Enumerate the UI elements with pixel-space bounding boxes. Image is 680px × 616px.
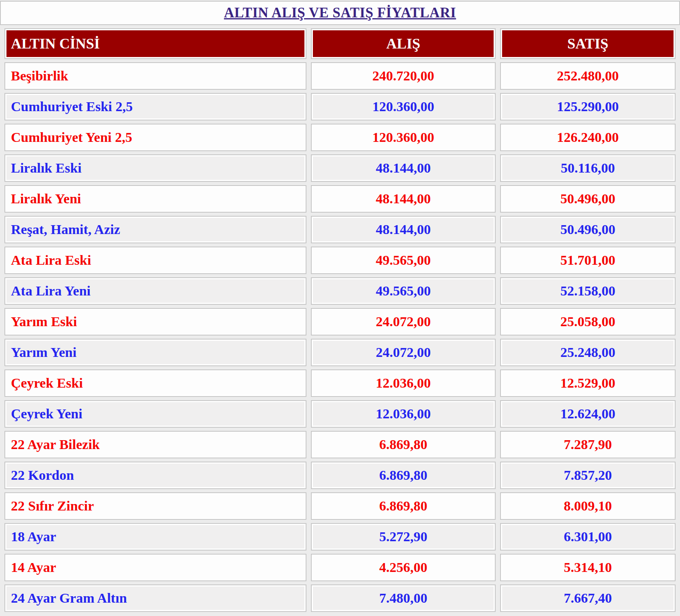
table-row: Ata Lira Yeni49.565,0052.158,00 xyxy=(4,277,676,305)
sell-price-cell: 12.529,00 xyxy=(500,369,676,397)
gold-prices-table: ALTIN CİNSİ ALIŞ SATIŞ Beşibirlik240.720… xyxy=(0,25,680,615)
table-row: 24 Ayar Gram Altın7.480,007.667,40 xyxy=(4,584,676,612)
buy-price-cell: 48.144,00 xyxy=(311,185,496,213)
table-row: 22 Sıfır Zincir6.869,808.009,10 xyxy=(4,492,676,520)
table-row: Liralık Yeni48.144,0050.496,00 xyxy=(4,185,676,213)
buy-price-cell: 48.144,00 xyxy=(311,154,496,182)
column-header-sell: SATIŞ xyxy=(500,28,676,59)
sell-price-cell: 51.701,00 xyxy=(500,247,676,274)
gold-type-cell: Liralık Yeni xyxy=(4,185,306,213)
buy-price-cell: 120.360,00 xyxy=(311,124,496,151)
sell-price-cell: 50.116,00 xyxy=(500,154,676,182)
column-header-buy: ALIŞ xyxy=(311,28,496,59)
sell-price-cell: 6.301,00 xyxy=(500,523,676,551)
gold-type-cell: 22 Kordon xyxy=(4,462,306,489)
buy-price-cell: 49.565,00 xyxy=(311,277,496,305)
gold-type-cell: Çeyrek Eski xyxy=(4,369,306,397)
table-row: Reşat, Hamit, Aziz48.144,0050.496,00 xyxy=(4,216,676,243)
table-row: 22 Ayar Bilezik6.869,807.287,90 xyxy=(4,431,676,458)
page-title-bar: ALTIN ALIŞ VE SATIŞ FİYATLARI xyxy=(0,1,680,25)
sell-price-cell: 50.496,00 xyxy=(500,185,676,213)
gold-type-cell: 22 Ayar Bilezik xyxy=(4,431,306,458)
gold-type-cell: Reşat, Hamit, Aziz xyxy=(4,216,306,243)
gold-prices-page: ALTIN ALIŞ VE SATIŞ FİYATLARI ALTIN CİNS… xyxy=(0,1,680,615)
gold-type-cell: Çeyrek Yeni xyxy=(4,400,306,428)
page-title-link[interactable]: ALTIN ALIŞ VE SATIŞ FİYATLARI xyxy=(224,5,456,21)
table-row: Yarım Yeni24.072,0025.248,00 xyxy=(4,339,676,366)
gold-type-cell: 24 Ayar Gram Altın xyxy=(4,584,306,612)
sell-price-cell: 7.667,40 xyxy=(500,584,676,612)
table-row: Yarım Eski24.072,0025.058,00 xyxy=(4,308,676,335)
buy-price-cell: 12.036,00 xyxy=(311,400,496,428)
gold-type-cell: Liralık Eski xyxy=(4,154,306,182)
table-row: Çeyrek Eski12.036,0012.529,00 xyxy=(4,369,676,397)
table-row: Cumhuriyet Eski 2,5120.360,00125.290,00 xyxy=(4,93,676,120)
gold-type-cell: Yarım Yeni xyxy=(4,339,306,366)
gold-type-cell: Ata Lira Yeni xyxy=(4,277,306,305)
sell-price-cell: 12.624,00 xyxy=(500,400,676,428)
sell-price-cell: 25.058,00 xyxy=(500,308,676,335)
table-row: Liralık Eski48.144,0050.116,00 xyxy=(4,154,676,182)
buy-price-cell: 24.072,00 xyxy=(311,308,496,335)
sell-price-cell: 126.240,00 xyxy=(500,124,676,151)
table-row: Beşibirlik240.720,00252.480,00 xyxy=(4,62,676,90)
sell-price-cell: 252.480,00 xyxy=(500,62,676,90)
sell-price-cell: 7.857,20 xyxy=(500,462,676,489)
buy-price-cell: 6.869,80 xyxy=(311,431,496,458)
buy-price-cell: 48.144,00 xyxy=(311,216,496,243)
gold-type-cell: Ata Lira Eski xyxy=(4,247,306,274)
table-row: 22 Kordon6.869,807.857,20 xyxy=(4,462,676,489)
gold-type-cell: 22 Sıfır Zincir xyxy=(4,492,306,520)
buy-price-cell: 24.072,00 xyxy=(311,339,496,366)
buy-price-cell: 49.565,00 xyxy=(311,247,496,274)
buy-price-cell: 120.360,00 xyxy=(311,93,496,120)
buy-price-cell: 6.869,80 xyxy=(311,462,496,489)
gold-type-cell: 14 Ayar xyxy=(4,554,306,581)
table-row: Cumhuriyet Yeni 2,5120.360,00126.240,00 xyxy=(4,124,676,151)
table-row: 18 Ayar5.272,906.301,00 xyxy=(4,523,676,551)
gold-type-cell: Cumhuriyet Eski 2,5 xyxy=(4,93,306,120)
gold-type-cell: Beşibirlik xyxy=(4,62,306,90)
buy-price-cell: 5.272,90 xyxy=(311,523,496,551)
sell-price-cell: 52.158,00 xyxy=(500,277,676,305)
table-row: 14 Ayar4.256,005.314,10 xyxy=(4,554,676,581)
column-header-gold-type: ALTIN CİNSİ xyxy=(4,28,306,59)
sell-price-cell: 50.496,00 xyxy=(500,216,676,243)
gold-type-cell: Yarım Eski xyxy=(4,308,306,335)
sell-price-cell: 5.314,10 xyxy=(500,554,676,581)
buy-price-cell: 7.480,00 xyxy=(311,584,496,612)
sell-price-cell: 25.248,00 xyxy=(500,339,676,366)
table-row: Çeyrek Yeni12.036,0012.624,00 xyxy=(4,400,676,428)
buy-price-cell: 240.720,00 xyxy=(311,62,496,90)
gold-type-cell: 18 Ayar xyxy=(4,523,306,551)
sell-price-cell: 125.290,00 xyxy=(500,93,676,120)
sell-price-cell: 7.287,90 xyxy=(500,431,676,458)
buy-price-cell: 4.256,00 xyxy=(311,554,496,581)
table-row: Ata Lira Eski49.565,0051.701,00 xyxy=(4,247,676,274)
table-header-row: ALTIN CİNSİ ALIŞ SATIŞ xyxy=(4,28,676,59)
gold-type-cell: Cumhuriyet Yeni 2,5 xyxy=(4,124,306,151)
sell-price-cell: 8.009,10 xyxy=(500,492,676,520)
buy-price-cell: 12.036,00 xyxy=(311,369,496,397)
buy-price-cell: 6.869,80 xyxy=(311,492,496,520)
